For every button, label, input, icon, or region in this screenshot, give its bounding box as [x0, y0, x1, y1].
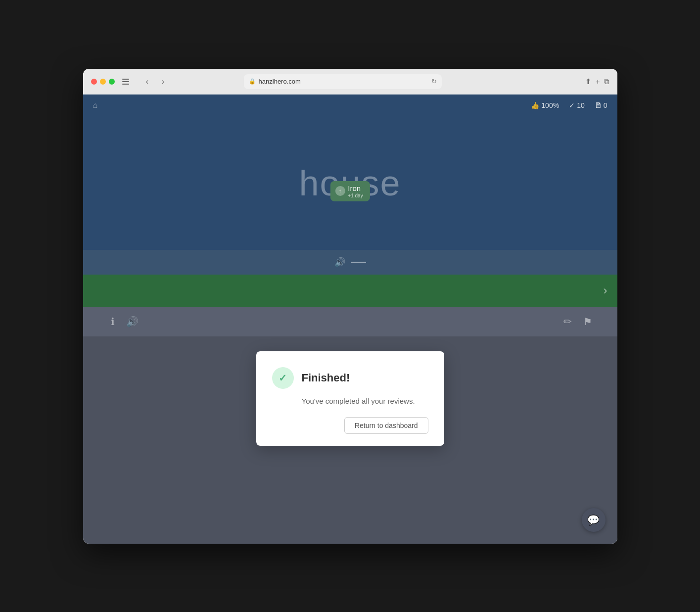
svg-rect-2	[122, 84, 129, 85]
controls-bar: ℹ 🔊 ✏ ⚑	[83, 307, 617, 336]
svg-rect-1	[122, 81, 129, 82]
return-to-dashboard-button[interactable]: Return to dashboard	[344, 417, 428, 434]
tabs-icon[interactable]: ⧉	[604, 77, 609, 86]
modal-header: ✓ Finished!	[272, 367, 428, 389]
main-content: ⌂ 👍 100% ✓ 10 🖹 0 house ↑	[83, 94, 617, 544]
badge-label: Iron	[348, 184, 363, 192]
reload-icon[interactable]: ↻	[431, 78, 437, 85]
modal-overlay: ✓ Finished! You've completed all your re…	[83, 336, 617, 544]
nav-controls: ‹ ›	[140, 75, 170, 89]
audio-control-button[interactable]: 🔊	[123, 312, 142, 331]
badge-text: Iron +1 day	[348, 184, 363, 198]
badge-up-icon: ↑	[335, 186, 345, 196]
sidebar-toggle-button[interactable]	[119, 75, 133, 89]
gray-area: ✓ Finished! You've completed all your re…	[83, 336, 617, 544]
browser-actions: ⬆ + ⧉	[585, 77, 609, 86]
maximize-button[interactable]	[109, 79, 115, 85]
forward-button[interactable]: ›	[156, 75, 170, 89]
inbox-value: 0	[604, 101, 607, 109]
modal-title: Finished!	[302, 372, 350, 384]
review-area: house ↑ Iron +1 day	[83, 116, 617, 250]
check-stat: ✓ 10	[569, 101, 585, 109]
svg-rect-0	[122, 79, 129, 80]
modal-footer: Return to dashboard	[272, 417, 428, 434]
edit-button[interactable]: ✏	[558, 312, 578, 331]
audio-bar: 🔊	[83, 250, 617, 275]
thumbs-up-icon: 👍	[531, 101, 539, 109]
lock-icon: 🔒	[249, 78, 256, 85]
share-icon[interactable]: ⬆	[585, 77, 592, 86]
minimize-button[interactable]	[100, 79, 106, 85]
address-bar[interactable]: 🔒 hanzihero.com ↻	[244, 74, 442, 89]
check-value: 10	[577, 101, 585, 109]
chat-icon: 💬	[587, 514, 600, 526]
inbox-icon: 🖹	[595, 101, 602, 109]
next-button[interactable]: ›	[604, 283, 607, 297]
inbox-stat: 🖹 0	[595, 101, 607, 109]
back-button[interactable]: ‹	[140, 75, 154, 89]
modal-body: You've completed all your reviews.	[302, 397, 428, 405]
finished-modal: ✓ Finished! You've completed all your re…	[256, 351, 444, 446]
likes-value: 100%	[541, 101, 559, 109]
address-text: hanzihero.com	[259, 78, 301, 85]
close-button[interactable]	[91, 79, 97, 85]
browser-window: ‹ › 🔒 hanzihero.com ↻ ⬆ + ⧉ ⌂ 👍 100% ✓	[83, 69, 617, 544]
check-icon: ✓	[569, 101, 575, 109]
header-stats: 👍 100% ✓ 10 🖹 0	[531, 101, 607, 109]
traffic-lights	[91, 79, 115, 85]
check-mark-icon: ✓	[279, 372, 287, 384]
audio-icon[interactable]: 🔊	[334, 257, 345, 268]
flag-button[interactable]: ⚑	[578, 312, 598, 331]
audio-line	[351, 262, 366, 263]
chat-button[interactable]: 💬	[582, 508, 606, 532]
check-circle: ✓	[272, 367, 294, 389]
info-button[interactable]: ℹ	[103, 312, 123, 331]
iron-badge: ↑ Iron +1 day	[330, 181, 370, 201]
likes-stat: 👍 100%	[531, 101, 559, 109]
action-bar: ›	[83, 275, 617, 307]
new-tab-icon[interactable]: +	[596, 77, 600, 86]
badge-sublabel: +1 day	[348, 192, 363, 198]
top-header: ⌂ 👍 100% ✓ 10 🖹 0	[83, 94, 617, 116]
home-icon[interactable]: ⌂	[93, 101, 98, 110]
title-bar: ‹ › 🔒 hanzihero.com ↻ ⬆ + ⧉	[83, 69, 617, 94]
